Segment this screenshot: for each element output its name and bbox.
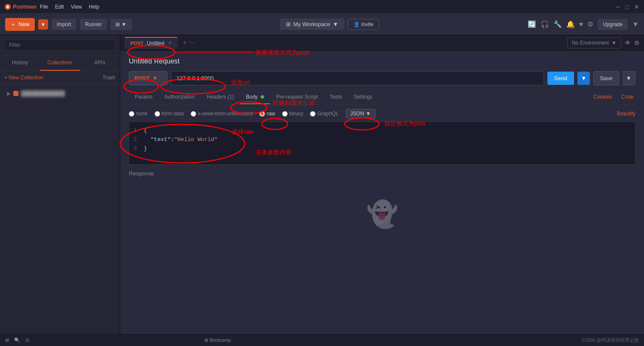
tab-collections[interactable]: Collections: [40, 55, 80, 71]
collection-color-dot: [13, 91, 18, 96]
upgrade-dropdown-icon[interactable]: ▼: [632, 21, 639, 28]
trash-button[interactable]: Trash: [103, 75, 115, 81]
option-binary[interactable]: binary: [282, 111, 304, 117]
body-options: none form-data x-www-form-urlencoded raw: [129, 105, 635, 122]
settings-icon[interactable]: ⚙: [587, 20, 593, 28]
url-input[interactable]: [171, 71, 544, 85]
tab-title: Untitled: [147, 40, 164, 46]
bootcamp-link[interactable]: ⊞ Bootcamp: [204, 337, 231, 343]
option-raw[interactable]: raw: [259, 111, 275, 117]
layout-button[interactable]: ⊞ ▼: [110, 19, 131, 30]
method-label: POST: [134, 75, 149, 81]
save-dropdown-button[interactable]: ▼: [623, 71, 635, 85]
tab-apis[interactable]: APIs: [80, 55, 120, 71]
toolbar-right: 🔄 🎧 🔧 🔔 ♥ ⚙ Upgrade ▼: [528, 19, 639, 30]
upgrade-button[interactable]: Upgrade: [598, 19, 628, 30]
sync-icon[interactable]: 🔄: [528, 20, 536, 28]
content-area: POST Untitled ✕ ＋ ⋯ No Environment ▼ 👁 ⚙: [120, 35, 644, 346]
bottom-icon-3[interactable]: ⊡: [25, 337, 29, 343]
line-num-2: 2: [134, 135, 137, 144]
code-line-1: 1 {: [134, 126, 631, 135]
tab-options-button[interactable]: ⋯: [190, 40, 195, 46]
new-tab-button[interactable]: ＋: [181, 38, 188, 47]
app-title: Postman: [13, 3, 36, 10]
line-num-3: 3: [134, 144, 137, 153]
menu-help[interactable]: Help: [89, 4, 100, 10]
format-dropdown-arrow: ▼: [366, 111, 371, 117]
format-label: JSON: [350, 111, 364, 117]
cookies-link[interactable]: Cookies: [592, 90, 614, 104]
environment-dropdown[interactable]: No Environment ▼: [567, 37, 621, 48]
tab-body[interactable]: Body: [240, 90, 270, 104]
import-button[interactable]: Import: [52, 19, 76, 30]
env-label: No Environment: [572, 40, 609, 46]
new-dropdown-arrow[interactable]: ▼: [38, 19, 48, 30]
close-icon[interactable]: ✕: [634, 4, 640, 10]
code-link[interactable]: Code: [620, 90, 635, 104]
request-tab-untitled[interactable]: POST Untitled ✕: [125, 37, 178, 49]
bottom-bar: ⊞ 🔍 ⊡ ⊞ Bootcamp CSDN @阿汤哥的程序之路: [0, 334, 644, 346]
format-dropdown[interactable]: JSON ▼: [346, 109, 376, 118]
workspace-button[interactable]: ⊞ My Workspace ▼: [280, 18, 344, 30]
toolbar-center: ⊞ My Workspace ▼ 👤 Invite: [135, 18, 524, 30]
tab-pre-request[interactable]: Pre-request Script: [270, 90, 324, 104]
main-toolbar: ＋ New ▼ Import Runner ⊞ ▼ ⊞ My Workspace…: [0, 14, 644, 35]
method-dropdown-arrow: ▼: [152, 75, 158, 81]
tab-params[interactable]: Params: [129, 90, 158, 104]
bottom-icon-1[interactable]: ⊞: [5, 337, 9, 343]
bell-icon[interactable]: 🔔: [566, 20, 575, 28]
option-form-data[interactable]: form-data: [155, 111, 184, 117]
ghost-icon: 👻: [366, 199, 398, 229]
maximize-icon[interactable]: □: [624, 4, 630, 10]
env-settings-icon[interactable]: ⚙: [634, 39, 640, 46]
tab-close-icon[interactable]: ✕: [168, 40, 172, 46]
new-button[interactable]: ＋ New: [5, 18, 35, 31]
request-sub-tabs: Params Authorization Headers (1) Body Pr…: [129, 90, 635, 105]
menu-edit[interactable]: Edit: [55, 4, 64, 10]
save-button[interactable]: Save: [593, 71, 619, 85]
main-layout: History Collections APIs + New Collectio…: [0, 35, 644, 346]
bottom-icons: ⊞ 🔍 ⊡: [5, 337, 29, 343]
env-dropdown-icon: ▼: [611, 40, 617, 46]
send-button[interactable]: Send: [547, 72, 574, 85]
headphone-icon[interactable]: 🎧: [541, 20, 549, 28]
person-icon: 👤: [353, 21, 360, 27]
sidebar-tabs: History Collections APIs: [0, 55, 120, 71]
send-dropdown-button[interactable]: ▼: [577, 72, 590, 85]
option-none[interactable]: none: [129, 111, 148, 117]
menu-view[interactable]: View: [71, 4, 82, 10]
chevron-right-icon: ▶: [7, 90, 11, 96]
code-editor[interactable]: 1 { 2 "text":"Hello World" 3 }: [129, 122, 635, 165]
method-dropdown[interactable]: POST ▼: [129, 71, 167, 85]
bottom-icon-2[interactable]: 🔍: [14, 337, 20, 343]
tab-history[interactable]: History: [0, 55, 40, 71]
sidebar-search-container: [0, 35, 120, 55]
window-controls: ─ □ ✕: [615, 4, 640, 10]
line-num-1: 1: [134, 126, 137, 135]
search-input[interactable]: [4, 39, 115, 51]
titlebar: Postman File Edit View Help ─ □ ✕: [0, 0, 644, 14]
list-item[interactable]: ▶ ████████████: [3, 88, 116, 99]
menu-file[interactable]: File: [40, 4, 48, 10]
runner-button[interactable]: Runner: [80, 19, 107, 30]
beautify-button[interactable]: Beautify: [617, 111, 635, 117]
tab-authorization[interactable]: Authorization: [158, 90, 200, 104]
request-tab-bar: POST Untitled ✕ ＋ ⋯ No Environment ▼ 👁 ⚙: [120, 35, 644, 51]
invite-button[interactable]: 👤 Invite: [348, 19, 379, 30]
csdn-label: CSDN @阿汤哥的程序之路: [582, 337, 639, 343]
option-urlencoded[interactable]: x-www-form-urlencoded: [191, 111, 252, 117]
heart-icon[interactable]: ♥: [579, 21, 583, 28]
sidebar-content: ▶ ████████████: [0, 84, 120, 346]
eye-icon[interactable]: 👁: [625, 39, 631, 46]
tab-tests[interactable]: Tests: [324, 90, 348, 104]
app-logo: Postman: [4, 3, 36, 10]
wrench-icon[interactable]: 🔧: [553, 20, 562, 28]
option-graphql[interactable]: GraphQL: [310, 111, 338, 117]
code-line-3: 3 }: [134, 144, 631, 153]
tab-headers[interactable]: Headers (1): [200, 90, 240, 104]
response-label: Response: [129, 170, 154, 177]
minimize-icon[interactable]: ─: [615, 4, 621, 10]
tab-settings[interactable]: Settings: [348, 90, 378, 104]
plus-icon: ＋: [10, 21, 16, 28]
new-collection-button[interactable]: + New Collection: [4, 75, 43, 81]
